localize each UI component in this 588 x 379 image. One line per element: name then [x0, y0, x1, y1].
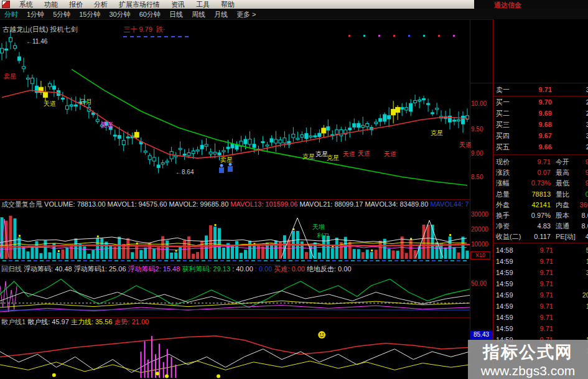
order-price: 9.70	[521, 97, 552, 108]
chart-annotation-10: 天道	[343, 151, 355, 157]
order-volume: 26	[552, 97, 588, 108]
sh-title-seg-0: 散户线1	[1, 318, 27, 325]
tick-time: 14:59	[493, 268, 522, 278]
chart-annotation-3: 日月	[80, 99, 92, 105]
order-row-3[interactable]: 买三9.6831	[493, 119, 588, 130]
tick-time: 14:59	[493, 301, 522, 312]
chart-annotation-1: 卖星	[4, 73, 16, 80]
order-volume: 25	[552, 108, 588, 119]
info-key: 最高	[556, 167, 579, 178]
tick-price: 9.71	[522, 324, 553, 334]
order-volume: 31	[552, 119, 588, 130]
tick-time: 14:59	[493, 324, 522, 334]
cm-title-seg-0: 回归线	[1, 265, 24, 273]
vol-title-seg-7: MAVOL44: 79897.99	[430, 200, 469, 208]
tick-volume: 32	[553, 268, 588, 278]
order-row-5[interactable]: 买五9.6624	[493, 142, 588, 152]
info-value: 3667	[579, 200, 588, 210]
cm-title-seg-4: 获利筹码: 29.13	[182, 265, 232, 273]
tick-time: 14:59	[493, 290, 522, 301]
order-name: 买三	[493, 119, 521, 130]
order-row-4[interactable]: 买四9.6732	[493, 131, 588, 141]
order-row-2[interactable]: 买二9.6925	[493, 108, 588, 119]
order-row-1[interactable]: 买一9.7026	[493, 97, 588, 108]
chart-annotation-7: 克星	[302, 154, 315, 160]
tick-row-6: 14:599.719	[493, 312, 588, 323]
order-name: 买一	[493, 97, 521, 108]
info-key: 最低	[556, 178, 579, 189]
cm-title-seg-1: 浮动筹码: 40.48	[24, 265, 74, 273]
info-key: 今开	[556, 157, 579, 167]
vol-title-seg-2: MAVOL1: 94575.60	[108, 200, 169, 208]
tick-price: 9.71	[522, 301, 553, 312]
chart-annotation-2: 天道	[44, 101, 56, 107]
panel-divider	[470, 83, 588, 83]
chart-annotation-5: ←8.64	[175, 169, 194, 175]
tick-row-1: 14:599.7110	[493, 256, 588, 267]
tick-row-5: 14:599.7110	[493, 301, 588, 312]
order-name: 买五	[493, 142, 521, 152]
sh-title-seg-3: 走势: 21.00	[114, 318, 149, 325]
order-row-0[interactable]: 卖一9.7131	[493, 85, 588, 95]
cm-title-seg-8: 绝地反击: 0.00	[307, 265, 352, 273]
info-value: 42141	[523, 200, 551, 210]
info-key: 涨幅	[493, 178, 523, 189]
chip-pane-title: 回归线 浮动筹码: 40.48 浮动筹码1: 25.06 浮动筹码2: 15.4…	[1, 265, 469, 273]
pane-divider	[0, 199, 470, 200]
retail-pane-title: 散户线1 散户线: 45.97 主力线: 35.56 走势: 21.00	[1, 318, 469, 326]
info-value: 9.6	[579, 157, 588, 167]
info-value: 8.09	[579, 210, 588, 221]
panel-divider	[493, 154, 588, 155]
volume-bars	[1, 216, 469, 259]
tick-time: 14:58	[493, 245, 522, 256]
info-value: 0.117	[523, 232, 551, 242]
tick-price: 9.71	[522, 290, 553, 301]
signal-label: 三十 9.79	[123, 25, 152, 34]
tick-volume: 10	[553, 256, 588, 267]
watermark-overlay: 指标公式网 www.zbgs3.com	[468, 340, 588, 379]
info-key: 换手	[493, 210, 523, 221]
chart-annotation-12: 天道	[384, 151, 396, 157]
cm-title-seg-5: : 40.00	[232, 265, 255, 273]
tick-price: 9.71	[522, 279, 553, 289]
sh-title-seg-1: 散户线: 45.97	[27, 318, 71, 325]
order-price: 9.69	[521, 108, 552, 119]
signal-suffix: 跌·	[156, 25, 166, 34]
volume-scale-toggle[interactable]: X10	[470, 251, 490, 260]
chart-annotation-0: ←11.46	[26, 39, 47, 45]
order-name: 买四	[493, 131, 521, 141]
info-key: 量比	[556, 189, 579, 200]
chart-header: 古越龙山(日线) 投机七剑 三十 9.79 跌·	[2, 25, 166, 34]
volume-axis-label-1: 20000	[471, 226, 488, 233]
tick-time: 14:59	[493, 312, 522, 323]
smiley-icon	[318, 331, 325, 339]
trading-terminal-window: 系统功能报价分析扩展市场行情资讯工具帮助 通达信金 分时1分钟5分钟15分钟30…	[0, 0, 588, 379]
info-key: 净资	[493, 221, 523, 232]
info-value: 9.6	[579, 178, 588, 189]
info-value: 0.73%	[523, 178, 551, 189]
chart-annotation-13: 克星	[431, 130, 443, 136]
quote-panel: 卖一9.7131买一9.7026买二9.6925买三9.6831买四9.6732…	[493, 19, 588, 379]
info-key: PE[动]	[556, 232, 579, 242]
info-value: 0.07	[523, 167, 551, 178]
tick-time: 14:59	[493, 279, 522, 289]
figure-icon	[228, 163, 233, 172]
tick-price: 9.71	[522, 256, 553, 267]
info-row-0: 现价9.71今开9.6	[493, 157, 588, 167]
tick-volume: 205	[553, 290, 588, 301]
info-row-7: 收益(二)0.117PE[动]41.	[493, 232, 588, 242]
cm-title-seg-7: 买难: 0.00	[274, 265, 307, 273]
tick-volume: 10	[553, 301, 588, 312]
vol-title-seg-1: VOLUME: 78813.00	[44, 200, 108, 208]
order-price: 9.67	[521, 131, 552, 141]
tick-volume: 1	[553, 324, 588, 334]
info-row-1: 涨跌0.07最高9.8	[493, 167, 588, 178]
info-value: 4.83	[523, 221, 551, 232]
order-name: 买二	[493, 108, 521, 119]
info-key: 外盘	[493, 200, 523, 210]
vol-title-seg-6: MAVOL34: 83489.80	[365, 200, 430, 208]
info-row-6: 净资4.83流通8.09	[493, 221, 588, 232]
cm-title-seg-6: : 0.00	[255, 265, 274, 273]
vol-title-seg-4: MAVOL13: 101599.06	[230, 200, 299, 208]
info-value: 0.97%	[523, 210, 551, 221]
